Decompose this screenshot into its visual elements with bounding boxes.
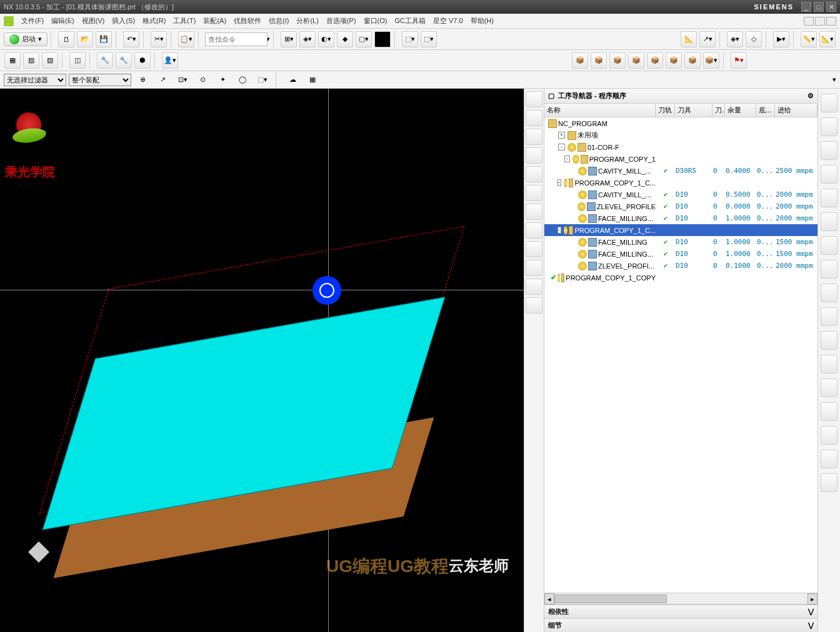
maximize-button[interactable]: □ [814,2,824,12]
mdi-restore-button[interactable] [815,17,825,26]
expand-icon[interactable]: - [558,227,561,234]
layer5-button[interactable]: 🔧 [97,52,113,69]
vt6-button[interactable] [526,185,542,201]
menu-item[interactable]: 首选项(P) [322,16,360,26]
f4-button[interactable]: ⊙ [194,72,211,88]
program-row[interactable]: NC_PROGRAM [544,117,818,129]
col-name[interactable]: 名称 [544,104,656,117]
start-button[interactable]: 启动 ▾ [4,32,48,46]
tool-o-button[interactable]: 📐▾ [819,31,836,47]
layer2-button[interactable]: ▨ [23,52,39,69]
operation-row[interactable]: FACE_MILLING✔D1001.00000...1500 mmpm [544,236,818,248]
r3-button[interactable] [821,141,838,160]
expand-icon[interactable]: - [558,144,565,151]
vt1-button[interactable] [526,91,542,107]
tool-g-button[interactable]: ⬚▾ [402,31,418,47]
filter2-select[interactable]: 整个装配 [69,74,131,86]
tool-c-button[interactable]: ◐▾ [318,31,334,47]
col-feed[interactable]: 进给 [775,104,818,117]
mdi-minimize-button[interactable] [804,17,814,26]
menu-item[interactable]: 格式(R) [139,16,169,26]
menu-item[interactable]: 插入(S) [108,16,139,26]
vt7-button[interactable] [526,204,542,220]
mfg2-button[interactable]: 📦 [591,52,607,69]
gear-icon[interactable]: ⚙ [808,92,814,100]
operation-row[interactable]: CAVITY_MILL_...✔D1000.50000...2000 mmpm [544,189,818,200]
r14-button[interactable] [821,402,838,421]
vt12-button[interactable] [526,297,542,314]
scroll-thumb[interactable] [554,595,667,603]
vt9-button[interactable] [526,241,542,257]
operation-row[interactable]: CAVITY_MILL_...✔D30R500.40000...2500 mmp… [544,165,818,177]
r1-button[interactable] [821,94,838,112]
f5-button[interactable]: ✦ [214,72,231,88]
layer1-button[interactable]: ▦ [4,52,21,69]
save-button[interactable]: 💾 [96,31,112,47]
f1-button[interactable]: ⊕ [134,72,151,88]
layer3-button[interactable]: ▧ [42,52,58,69]
view-triad[interactable] [31,545,56,570]
operation-row[interactable]: FACE_MILLING...✔D1001.00000...2000 mmpm [544,212,818,224]
program-row[interactable]: - PROGRAM_COPY_1 [544,153,818,165]
tool-n-button[interactable]: 📏▾ [801,31,817,47]
tool-b-button[interactable]: ◈▾ [299,31,316,47]
menu-item[interactable]: 编辑(E) [48,16,78,26]
menu-item[interactable]: 窗口(O) [360,16,391,26]
minimize-button[interactable]: _ [801,2,811,12]
mfg4-button[interactable]: 📦 [628,52,644,69]
layer6-button[interactable]: 🔧 [116,52,132,69]
expand-icon[interactable]: + [558,132,565,139]
col-bottom[interactable]: 底... [756,104,775,117]
tool-i-button[interactable]: 📐 [681,31,697,47]
vt4-button[interactable] [526,147,542,164]
menu-item[interactable]: 视图(V) [78,16,109,26]
menu-item[interactable]: 分析(L) [292,16,322,26]
mfg1-button[interactable]: 📦 [572,52,588,69]
menu-item[interactable]: 星空 V7.0 [429,16,467,26]
tool-m-button[interactable]: ▶▾ [773,31,789,47]
mfg5-button[interactable]: 📦 [647,52,663,69]
r12-button[interactable] [821,355,838,373]
tool-k-button[interactable]: ◈▾ [727,31,743,47]
menu-item[interactable]: 工具(T) [169,16,199,26]
mfg6-button[interactable]: 📦 [666,52,682,69]
col-tool[interactable]: 刀具 [675,104,712,117]
vt11-button[interactable] [526,279,542,295]
col-remain[interactable]: 余量 [725,104,756,117]
operation-row[interactable]: FACE_MILLING...✔D1001.00000...1500 mmpm [544,248,818,260]
f8-button[interactable]: ☁ [284,72,301,88]
mfg3-button[interactable]: 📦 [609,52,626,69]
expand-icon[interactable]: - [558,179,561,186]
r13-button[interactable] [821,378,838,397]
tool-f-button[interactable]: ■▾ [374,31,391,47]
r2-button[interactable] [821,117,838,136]
search-input[interactable] [205,32,268,46]
filter1-select[interactable]: 无选择过滤器 [4,74,66,86]
program-row[interactable]: + 未用项 [544,129,818,141]
viewport-3d[interactable]: 乘光学院 UG编程UG教程 云东老师 [0,89,524,632]
f2-button[interactable]: ↗ [154,72,171,88]
open-button[interactable]: 📂 [77,31,93,47]
r7-button[interactable] [821,236,838,255]
cut-button[interactable]: ✂▾ [151,31,167,47]
f6-button[interactable]: ◯ [234,72,251,88]
r10-button[interactable] [821,307,838,326]
menu-item[interactable]: GC工具箱 [391,16,429,26]
operation-row[interactable]: ZLEVEL_PROFI...✔D1000.10000...2000 mmpm [544,260,818,272]
tool-h-button[interactable]: ⬚▾ [421,31,437,47]
menu-item[interactable]: 优胜软件 [230,16,265,26]
vt8-button[interactable] [526,222,542,239]
r8-button[interactable] [821,260,838,279]
mfg7-button[interactable]: 📦 [684,52,701,69]
r16-button[interactable] [821,450,838,468]
tool-l-button[interactable]: ◇ [746,31,762,47]
h-scrollbar[interactable]: ◂ ▸ [544,593,818,604]
vt2-button[interactable] [526,110,542,126]
f7-button[interactable]: ⬚▾ [254,72,271,88]
mfg8-button[interactable]: 📦▾ [703,52,719,69]
r4-button[interactable] [821,165,838,184]
col-knife[interactable]: 刀... [712,104,725,117]
r11-button[interactable] [821,331,838,350]
tree-body[interactable]: NC_PROGRAM+ 未用项- 01-COR-F- PROGRAM_COPY_… [544,117,818,593]
program-row[interactable]: ✔ PROGRAM_COPY_1_COPY [544,272,818,284]
